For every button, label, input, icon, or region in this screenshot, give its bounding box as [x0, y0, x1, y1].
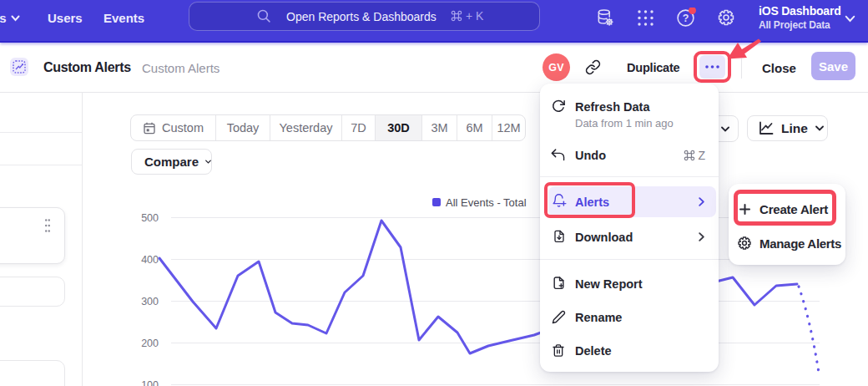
- svg-text:?: ?: [683, 13, 689, 24]
